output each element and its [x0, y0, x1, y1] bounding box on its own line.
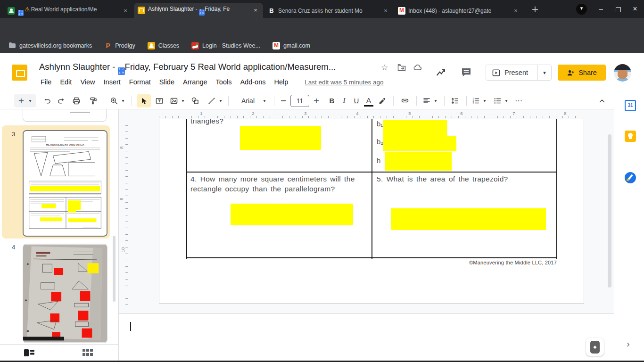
text-box-tool-button[interactable] — [154, 94, 165, 107]
increase-font-size-button[interactable]: + — [312, 94, 321, 107]
bookmark-classes[interactable]: Classes — [148, 42, 179, 49]
present-main[interactable]: Present — [486, 69, 537, 77]
google-tasks-icon[interactable] — [625, 172, 636, 183]
undo-button[interactable] — [41, 94, 53, 107]
answer-highlight-box[interactable] — [383, 120, 447, 136]
tab-close-icon[interactable] — [122, 7, 129, 15]
insert-line-caret[interactable] — [218, 98, 223, 103]
highlight-color-button[interactable] — [376, 94, 388, 107]
redo-button[interactable] — [56, 94, 67, 107]
canvas-scrollbar[interactable] — [608, 134, 611, 288]
tab-senora-cruz[interactable]: Senora Cruz asks her student Mo — [264, 3, 393, 18]
tab-gmail-inbox[interactable]: Inbox (448) - aslaughter27@gate — [394, 3, 523, 18]
line-spacing-button[interactable] — [449, 94, 461, 107]
insert-line-button[interactable] — [206, 94, 217, 107]
numbered-list-button[interactable]: 123 — [471, 94, 481, 107]
label-b1[interactable]: b₁ — [377, 120, 383, 128]
insert-shape-button[interactable] — [190, 94, 201, 107]
more-options-button[interactable] — [513, 94, 524, 107]
menu-tools[interactable]: Tools — [212, 77, 236, 87]
filmstrip-view-icon[interactable] — [24, 348, 35, 358]
answer-highlight-box[interactable] — [231, 204, 353, 225]
tab-ashlynn-slaughter-slides[interactable]: Ashlynn Slaughter - T♪&%Friday, Fe — [134, 3, 263, 18]
text-color-button[interactable]: A — [364, 95, 373, 107]
grid-view-icon[interactable] — [83, 349, 93, 357]
menu-arrange[interactable]: Arrange — [179, 77, 212, 87]
document-status-cloud-icon[interactable] — [413, 63, 422, 72]
align-caret[interactable] — [433, 98, 438, 103]
menu-insert[interactable]: Insert — [99, 77, 125, 87]
speaker-notes-area[interactable] — [119, 314, 614, 361]
print-button[interactable] — [71, 94, 82, 107]
document-title[interactable]: Ashlynn Slaughter - T♪&%Friday, February… — [39, 62, 336, 75]
account-avatar[interactable] — [614, 64, 631, 82]
window-maximize-button[interactable] — [612, 4, 624, 15]
hide-side-panel-icon[interactable] — [627, 338, 630, 349]
new-slide-caret[interactable] — [27, 98, 33, 103]
tab-close-icon[interactable] — [252, 7, 259, 14]
menu-format[interactable]: Format — [125, 77, 155, 87]
slide-page[interactable]: triangles? b₁ b₂ h 4. How many more squa… — [159, 119, 584, 304]
decrease-font-size-button[interactable]: − — [279, 94, 288, 107]
slide-4-thumbnail[interactable] — [23, 244, 107, 343]
bookmark-gatesvilleisd[interactable]: gatesvilleisd.org bookmarks — [8, 42, 92, 49]
bulleted-list-button[interactable] — [492, 94, 503, 107]
question-4-text[interactable]: 4. How many more square centimeters will… — [190, 174, 370, 194]
underline-button[interactable]: U — [352, 94, 361, 107]
hide-menus-button[interactable] — [596, 94, 608, 107]
zoom-caret[interactable] — [120, 98, 126, 103]
present-dropdown-caret[interactable] — [537, 65, 551, 80]
bulleted-list-caret[interactable] — [504, 98, 509, 103]
activity-stats-icon[interactable] — [433, 66, 449, 80]
slide-3-thumbnail[interactable]: MEASUREMENT AND AREA — [23, 130, 107, 237]
star-document-icon[interactable]: ☆ — [381, 63, 390, 72]
google-calendar-icon[interactable] — [625, 100, 636, 111]
bookmark-gmail[interactable]: gmail.com — [272, 42, 310, 49]
answer-highlight-box[interactable] — [383, 136, 456, 151]
filmstrip-scrollbar[interactable] — [113, 236, 116, 302]
google-slides-logo[interactable] — [12, 65, 27, 81]
menu-file[interactable]: File — [36, 77, 56, 87]
paint-format-button[interactable] — [88, 94, 99, 107]
answer-highlight-box[interactable] — [391, 208, 546, 230]
insert-image-caret[interactable] — [180, 98, 186, 103]
menu-edit[interactable]: Edit — [56, 77, 76, 87]
new-tab-button[interactable] — [529, 3, 541, 16]
move-to-folder-icon[interactable] — [397, 63, 406, 72]
font-family-selector[interactable]: Arial — [234, 94, 262, 107]
align-button[interactable] — [421, 94, 432, 107]
numbered-list-caret[interactable] — [482, 98, 487, 103]
tab-close-icon[interactable] — [382, 7, 389, 15]
media-controls-icon[interactable] — [576, 4, 587, 15]
window-close-button[interactable] — [629, 4, 641, 15]
font-family-caret[interactable] — [262, 98, 267, 103]
select-tool-button-active[interactable] — [137, 94, 151, 107]
last-edit-status[interactable]: Last edit was 5 minutes ago — [305, 79, 383, 86]
window-minimize-button[interactable] — [595, 4, 607, 15]
new-slide-button[interactable]: + — [14, 94, 36, 107]
italic-button[interactable]: I — [339, 94, 349, 107]
answer-highlight-box[interactable] — [240, 126, 321, 150]
menu-help[interactable]: Help — [270, 77, 292, 87]
zoom-button[interactable] — [109, 94, 119, 107]
menu-view[interactable]: View — [76, 77, 99, 87]
bold-button[interactable]: B — [327, 94, 337, 107]
slide-2-thumbnail-partial[interactable] — [23, 109, 107, 122]
bookmark-studies-weekly[interactable]: Login - Studies Wee... — [191, 42, 260, 49]
label-b2[interactable]: b₂ — [377, 138, 383, 146]
label-h[interactable]: h — [377, 156, 380, 165]
google-keep-icon[interactable] — [625, 131, 636, 142]
explore-button[interactable] — [586, 338, 604, 356]
insert-link-button[interactable] — [399, 94, 411, 107]
question-5-text[interactable]: 5. What is the area of the trapezoid? — [377, 174, 551, 184]
insert-image-button[interactable] — [169, 94, 179, 107]
share-button[interactable]: Share — [558, 65, 606, 81]
answer-highlight-box[interactable] — [385, 152, 452, 171]
question-3-text-fragment[interactable]: triangles? — [190, 119, 223, 126]
tab-close-icon[interactable] — [512, 7, 520, 15]
tab-real-world-application[interactable]: T♪&%Real World application/Me — [4, 3, 133, 18]
menu-slide[interactable]: Slide — [155, 77, 179, 87]
font-size-input[interactable]: 11 — [290, 95, 309, 107]
bookmark-prodigy[interactable]: Prodigy — [104, 42, 135, 49]
menu-addons[interactable]: Add-ons — [236, 77, 270, 87]
